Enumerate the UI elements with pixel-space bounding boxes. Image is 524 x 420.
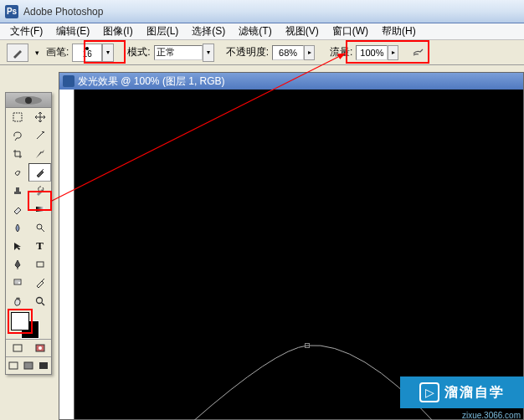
svg-rect-5 xyxy=(16,187,19,192)
watermark-play-icon: ▷ xyxy=(419,382,439,402)
svg-rect-3 xyxy=(13,113,22,121)
gradient-tool[interactable] xyxy=(28,200,51,218)
svg-rect-10 xyxy=(14,279,21,284)
toolbox: T xyxy=(5,92,52,375)
eraser-tool[interactable] xyxy=(6,200,28,218)
svg-rect-7 xyxy=(36,207,44,212)
foreground-color[interactable] xyxy=(11,312,29,330)
document-titlebar[interactable]: 发光效果 @ 100% (图层 1, RGB) xyxy=(59,73,523,90)
app-icon: Ps xyxy=(5,5,18,18)
brush-size-value: 16 xyxy=(83,50,92,59)
watermark-text: 溜溜自学 xyxy=(444,384,505,402)
move-tool[interactable] xyxy=(28,108,51,126)
menu-filter[interactable]: 滤镜(T) xyxy=(232,23,278,40)
photoshop-eye-icon xyxy=(12,95,45,106)
menu-help[interactable]: 帮助(H) xyxy=(375,23,423,40)
document-title: 发光效果 @ 100% (图层 1, RGB) xyxy=(78,74,225,89)
path-curve xyxy=(74,90,524,420)
lasso-tool[interactable] xyxy=(6,126,28,145)
tool-grid: T xyxy=(6,108,51,310)
options-bar: ▾ 画笔: 16 ▾ 模式: ▾ 不透明度: ▸ 流量: ▸ xyxy=(0,40,524,65)
menu-view[interactable]: 视图(V) xyxy=(279,23,326,40)
document-icon xyxy=(63,75,74,87)
svg-point-14 xyxy=(39,346,42,350)
quickmask-row xyxy=(6,339,51,356)
screen-fullmenu-icon[interactable] xyxy=(21,357,36,374)
svg-point-2 xyxy=(25,97,32,104)
type-tool[interactable]: T xyxy=(28,237,51,255)
eyedropper-tool[interactable] xyxy=(28,274,51,292)
svg-rect-6 xyxy=(14,192,21,194)
flow-input-group: ▸ xyxy=(356,45,398,60)
svg-point-11 xyxy=(36,298,42,304)
quickmask-mode-icon[interactable] xyxy=(28,340,51,356)
zoom-tool[interactable] xyxy=(28,292,51,310)
toolbox-header[interactable] xyxy=(6,93,51,108)
menu-file[interactable]: 文件(F) xyxy=(3,23,49,40)
shape-tool[interactable] xyxy=(28,255,51,274)
current-tool-icon[interactable] xyxy=(7,44,28,62)
document-area: 发光效果 @ 100% (图层 1, RGB) xyxy=(59,72,524,420)
brush-label: 画笔: xyxy=(46,45,69,59)
canvas[interactable] xyxy=(74,90,523,419)
menubar: 文件(F) 编辑(E) 图像(I) 图层(L) 选择(S) 滤镜(T) 视图(V… xyxy=(0,23,524,40)
svg-rect-15 xyxy=(9,362,18,369)
svg-point-4 xyxy=(43,131,44,133)
opacity-input[interactable] xyxy=(272,45,304,60)
slice-tool[interactable] xyxy=(28,145,51,163)
standard-mode-icon[interactable] xyxy=(6,340,28,356)
notes-tool[interactable] xyxy=(6,274,28,292)
titlebar: Ps Adobe Photoshop xyxy=(0,0,524,23)
document-window: 发光效果 @ 100% (图层 1, RGB) xyxy=(59,72,524,420)
menu-select[interactable]: 选择(S) xyxy=(185,23,232,40)
tool-preset-arrow-icon[interactable]: ▾ xyxy=(32,49,43,57)
airbrush-icon[interactable] xyxy=(410,45,427,60)
blur-tool[interactable] xyxy=(6,218,28,237)
menu-window[interactable]: 窗口(W) xyxy=(326,23,375,40)
screen-standard-icon[interactable] xyxy=(6,357,21,374)
opacity-label: 不透明度: xyxy=(226,45,269,59)
screen-full-icon[interactable] xyxy=(36,357,51,374)
brush-tool[interactable] xyxy=(28,163,51,182)
hand-tool[interactable] xyxy=(6,292,28,310)
flow-input[interactable] xyxy=(356,45,388,60)
watermark-url: zixue.3066.com xyxy=(462,411,521,420)
history-brush-tool[interactable] xyxy=(28,182,51,200)
menu-layer[interactable]: 图层(L) xyxy=(140,23,186,40)
magic-wand-tool[interactable] xyxy=(28,126,51,145)
svg-rect-17 xyxy=(39,362,48,369)
app-title: Adobe Photoshop xyxy=(23,6,103,18)
ruler-vertical[interactable] xyxy=(59,90,74,419)
healing-tool[interactable] xyxy=(6,163,28,182)
watermark: ▷ 溜溜自学 xyxy=(400,376,524,408)
crop-tool[interactable] xyxy=(6,145,28,163)
svg-rect-16 xyxy=(24,362,33,369)
screenmode-row xyxy=(6,356,51,374)
mode-dropdown-icon[interactable]: ▾ xyxy=(203,44,214,62)
marquee-tool[interactable] xyxy=(6,108,28,126)
path-selection-tool[interactable] xyxy=(6,237,28,255)
blend-mode-select[interactable]: ▾ xyxy=(154,44,214,62)
blend-mode-value[interactable] xyxy=(154,45,203,60)
opacity-slider-icon[interactable]: ▸ xyxy=(304,45,315,60)
svg-rect-9 xyxy=(37,262,44,267)
flow-slider-icon[interactable]: ▸ xyxy=(388,45,398,60)
dodge-tool[interactable] xyxy=(28,218,51,237)
path-anchor-point[interactable] xyxy=(305,343,310,348)
opacity-input-group: ▸ xyxy=(272,45,315,60)
color-swatches xyxy=(6,310,51,339)
svg-rect-12 xyxy=(13,345,22,351)
menu-edit[interactable]: 编辑(E) xyxy=(49,23,96,40)
mode-label: 模式: xyxy=(127,45,150,59)
stamp-tool[interactable] xyxy=(6,182,28,200)
pen-tool[interactable] xyxy=(6,255,28,274)
menu-image[interactable]: 图像(I) xyxy=(96,23,139,40)
brush-preset-picker[interactable]: 16 ▾ xyxy=(72,44,114,62)
brush-dropdown-icon[interactable]: ▾ xyxy=(102,44,114,62)
flow-label: 流量: xyxy=(330,45,352,59)
